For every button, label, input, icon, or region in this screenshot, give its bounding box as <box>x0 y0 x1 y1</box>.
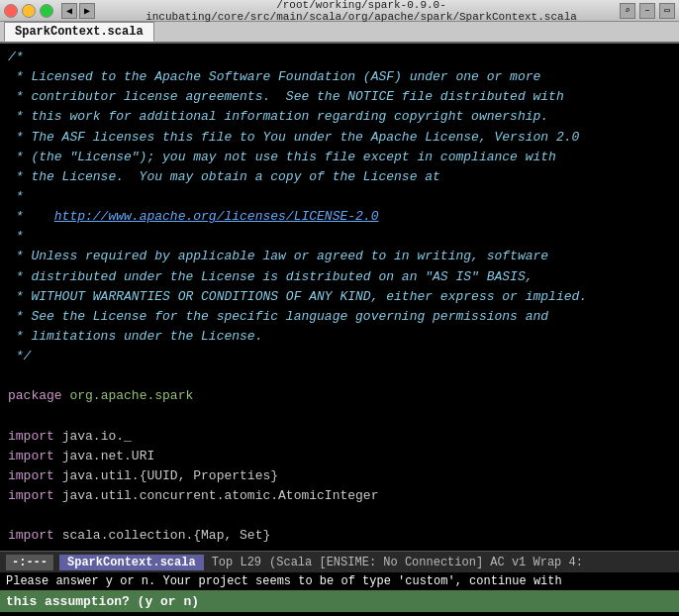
maximize-button[interactable] <box>40 4 53 18</box>
titlebar: ◀ ▶ /root/working/spark-0.9.0-incubating… <box>0 0 679 22</box>
minimize-button[interactable] <box>22 4 36 18</box>
forward-button[interactable]: ▶ <box>79 3 95 19</box>
line-21: import java.net.URI <box>8 447 671 466</box>
statusbar: -:--- SparkContext.scala Top L29 (Scala … <box>0 551 679 572</box>
line-20: import java.io._ <box>8 427 671 447</box>
max-button[interactable]: ▭ <box>659 3 675 19</box>
line-11: * Unless required by applicable law or a… <box>8 247 671 266</box>
back-button[interactable]: ◀ <box>61 3 77 19</box>
line-9: * http://www.apache.org/licenses/LICENSE… <box>8 207 671 227</box>
zoom-button[interactable]: ⌕ <box>620 3 635 19</box>
close-button[interactable] <box>4 4 18 18</box>
line-24 <box>8 506 671 526</box>
message-bar-2: this assumption? (y or n) <box>0 590 679 612</box>
line-5: * The ASF licenses this file to You unde… <box>8 128 671 148</box>
message-text-1: Please answer y or n. Your project seems… <box>6 574 562 588</box>
nav-buttons[interactable]: ◀ ▶ <box>61 3 95 19</box>
line-1: /* <box>8 48 671 67</box>
line-10: * <box>8 227 671 247</box>
statusbar-filename: SparkContext.scala <box>59 555 204 570</box>
line-17 <box>8 366 671 386</box>
line-25: import scala.collection.{Map, Set} <box>8 526 671 546</box>
window-buttons[interactable] <box>4 4 53 18</box>
line-16: */ <box>8 347 671 366</box>
line-8: * <box>8 187 671 207</box>
statusbar-position: Top L29 <box>212 556 261 569</box>
line-15: * limitations under the License. <box>8 327 671 347</box>
titlebar-controls[interactable]: ⌕ – ▭ <box>620 3 675 19</box>
statusbar-mode-info: (Scala [ENSIME: No Connection] AC v1 Wra… <box>269 556 673 569</box>
line-2: * Licensed to the Apache Software Founda… <box>8 67 671 87</box>
line-7: * the License. You may obtain a copy of … <box>8 167 671 187</box>
tab-sparkcontext[interactable]: SparkContext.scala <box>4 22 154 42</box>
line-4: * this work for additional information r… <box>8 107 671 127</box>
line-19 <box>8 407 671 427</box>
message-bar-1: Please answer y or n. Your project seems… <box>0 572 679 590</box>
line-18: package org.apache.spark <box>8 386 671 406</box>
titlebar-path: /root/working/spark-0.9.0-incubating/cor… <box>103 0 620 23</box>
line-6: * (the "License"); you may not use this … <box>8 148 671 167</box>
min-button[interactable]: – <box>639 3 655 19</box>
tabbar: SparkContext.scala <box>0 22 679 44</box>
line-22: import java.util.{UUID, Properties} <box>8 466 671 486</box>
line-14: * See the License for the specific langu… <box>8 307 671 327</box>
message-text-2: this assumption? (y or n) <box>6 594 199 609</box>
line-23: import java.util.concurrent.atomic.Atomi… <box>8 486 671 506</box>
line-12: * distributed under the License is distr… <box>8 267 671 287</box>
editor: /* * Licensed to the Apache Software Fou… <box>0 44 679 551</box>
line-13: * WITHOUT WARRANTIES OR CONDITIONS OF AN… <box>8 287 671 307</box>
license-url[interactable]: http://www.apache.org/licenses/LICENSE-2… <box>54 209 379 224</box>
vim-mode: -:--- <box>6 555 53 570</box>
tab-label: SparkContext.scala <box>15 25 144 39</box>
line-3: * contributor license agreements. See th… <box>8 87 671 107</box>
